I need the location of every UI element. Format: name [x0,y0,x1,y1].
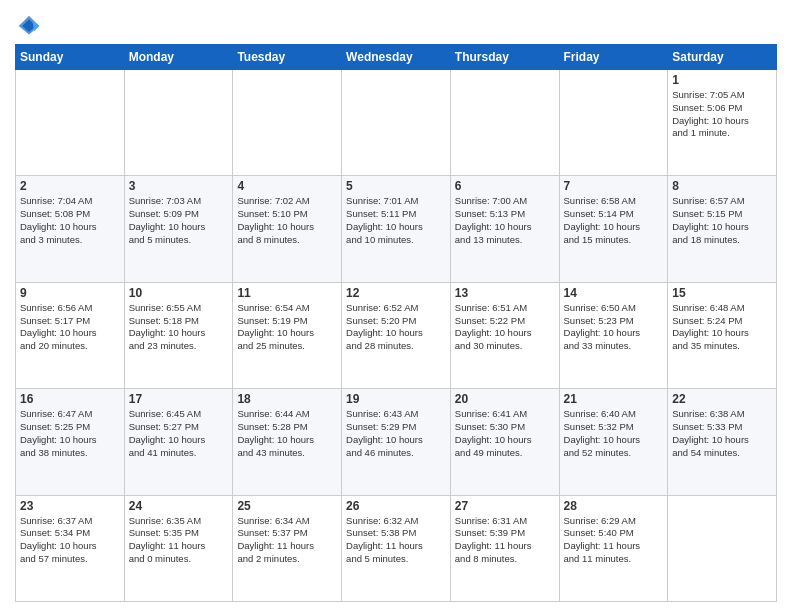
calendar-cell [233,70,342,176]
calendar-cell [559,70,668,176]
calendar-cell: 22Sunrise: 6:38 AM Sunset: 5:33 PM Dayli… [668,389,777,495]
cell-sun-info: Sunrise: 7:05 AM Sunset: 5:06 PM Dayligh… [672,89,772,140]
cell-sun-info: Sunrise: 6:44 AM Sunset: 5:28 PM Dayligh… [237,408,337,459]
calendar-cell: 9Sunrise: 6:56 AM Sunset: 5:17 PM Daylig… [16,282,125,388]
calendar-cell [342,70,451,176]
col-header-wednesday: Wednesday [342,45,451,70]
cell-sun-info: Sunrise: 6:34 AM Sunset: 5:37 PM Dayligh… [237,515,337,566]
day-number: 10 [129,286,229,300]
calendar-cell: 24Sunrise: 6:35 AM Sunset: 5:35 PM Dayli… [124,495,233,601]
logo [15,14,41,38]
day-number: 27 [455,499,555,513]
col-header-thursday: Thursday [450,45,559,70]
logo-icon [17,14,41,38]
col-header-saturday: Saturday [668,45,777,70]
day-number: 20 [455,392,555,406]
calendar-cell [124,70,233,176]
day-number: 13 [455,286,555,300]
day-number: 18 [237,392,337,406]
day-number: 15 [672,286,772,300]
calendar-cell: 7Sunrise: 6:58 AM Sunset: 5:14 PM Daylig… [559,176,668,282]
cell-sun-info: Sunrise: 6:41 AM Sunset: 5:30 PM Dayligh… [455,408,555,459]
calendar-cell: 2Sunrise: 7:04 AM Sunset: 5:08 PM Daylig… [16,176,125,282]
cell-sun-info: Sunrise: 6:56 AM Sunset: 5:17 PM Dayligh… [20,302,120,353]
calendar-cell: 4Sunrise: 7:02 AM Sunset: 5:10 PM Daylig… [233,176,342,282]
calendar-cell: 21Sunrise: 6:40 AM Sunset: 5:32 PM Dayli… [559,389,668,495]
day-number: 2 [20,179,120,193]
cell-sun-info: Sunrise: 6:38 AM Sunset: 5:33 PM Dayligh… [672,408,772,459]
calendar-header-row: SundayMondayTuesdayWednesdayThursdayFrid… [16,45,777,70]
cell-sun-info: Sunrise: 7:03 AM Sunset: 5:09 PM Dayligh… [129,195,229,246]
calendar-cell: 11Sunrise: 6:54 AM Sunset: 5:19 PM Dayli… [233,282,342,388]
calendar-cell: 12Sunrise: 6:52 AM Sunset: 5:20 PM Dayli… [342,282,451,388]
calendar-cell: 6Sunrise: 7:00 AM Sunset: 5:13 PM Daylig… [450,176,559,282]
calendar-cell: 16Sunrise: 6:47 AM Sunset: 5:25 PM Dayli… [16,389,125,495]
cell-sun-info: Sunrise: 6:29 AM Sunset: 5:40 PM Dayligh… [564,515,664,566]
cell-sun-info: Sunrise: 6:55 AM Sunset: 5:18 PM Dayligh… [129,302,229,353]
cell-sun-info: Sunrise: 6:47 AM Sunset: 5:25 PM Dayligh… [20,408,120,459]
cell-sun-info: Sunrise: 6:58 AM Sunset: 5:14 PM Dayligh… [564,195,664,246]
col-header-monday: Monday [124,45,233,70]
day-number: 7 [564,179,664,193]
calendar-cell: 18Sunrise: 6:44 AM Sunset: 5:28 PM Dayli… [233,389,342,495]
calendar-cell: 20Sunrise: 6:41 AM Sunset: 5:30 PM Dayli… [450,389,559,495]
calendar-cell: 3Sunrise: 7:03 AM Sunset: 5:09 PM Daylig… [124,176,233,282]
day-number: 8 [672,179,772,193]
calendar-cell: 10Sunrise: 6:55 AM Sunset: 5:18 PM Dayli… [124,282,233,388]
day-number: 12 [346,286,446,300]
cell-sun-info: Sunrise: 6:32 AM Sunset: 5:38 PM Dayligh… [346,515,446,566]
calendar-cell: 23Sunrise: 6:37 AM Sunset: 5:34 PM Dayli… [16,495,125,601]
calendar-cell [16,70,125,176]
calendar-week-2: 2Sunrise: 7:04 AM Sunset: 5:08 PM Daylig… [16,176,777,282]
header [15,10,777,38]
col-header-sunday: Sunday [16,45,125,70]
cell-sun-info: Sunrise: 6:40 AM Sunset: 5:32 PM Dayligh… [564,408,664,459]
day-number: 25 [237,499,337,513]
cell-sun-info: Sunrise: 7:02 AM Sunset: 5:10 PM Dayligh… [237,195,337,246]
calendar-cell: 19Sunrise: 6:43 AM Sunset: 5:29 PM Dayli… [342,389,451,495]
calendar-cell: 28Sunrise: 6:29 AM Sunset: 5:40 PM Dayli… [559,495,668,601]
calendar-cell [450,70,559,176]
day-number: 11 [237,286,337,300]
day-number: 19 [346,392,446,406]
day-number: 21 [564,392,664,406]
day-number: 28 [564,499,664,513]
cell-sun-info: Sunrise: 6:35 AM Sunset: 5:35 PM Dayligh… [129,515,229,566]
page: SundayMondayTuesdayWednesdayThursdayFrid… [0,0,792,612]
cell-sun-info: Sunrise: 6:57 AM Sunset: 5:15 PM Dayligh… [672,195,772,246]
day-number: 6 [455,179,555,193]
day-number: 14 [564,286,664,300]
cell-sun-info: Sunrise: 7:00 AM Sunset: 5:13 PM Dayligh… [455,195,555,246]
col-header-friday: Friday [559,45,668,70]
calendar-cell: 15Sunrise: 6:48 AM Sunset: 5:24 PM Dayli… [668,282,777,388]
day-number: 26 [346,499,446,513]
day-number: 5 [346,179,446,193]
cell-sun-info: Sunrise: 6:50 AM Sunset: 5:23 PM Dayligh… [564,302,664,353]
day-number: 24 [129,499,229,513]
calendar-table: SundayMondayTuesdayWednesdayThursdayFrid… [15,44,777,602]
cell-sun-info: Sunrise: 6:51 AM Sunset: 5:22 PM Dayligh… [455,302,555,353]
calendar-cell: 14Sunrise: 6:50 AM Sunset: 5:23 PM Dayli… [559,282,668,388]
cell-sun-info: Sunrise: 7:04 AM Sunset: 5:08 PM Dayligh… [20,195,120,246]
day-number: 3 [129,179,229,193]
day-number: 16 [20,392,120,406]
cell-sun-info: Sunrise: 6:43 AM Sunset: 5:29 PM Dayligh… [346,408,446,459]
calendar-cell: 5Sunrise: 7:01 AM Sunset: 5:11 PM Daylig… [342,176,451,282]
cell-sun-info: Sunrise: 6:37 AM Sunset: 5:34 PM Dayligh… [20,515,120,566]
calendar-cell: 27Sunrise: 6:31 AM Sunset: 5:39 PM Dayli… [450,495,559,601]
cell-sun-info: Sunrise: 6:48 AM Sunset: 5:24 PM Dayligh… [672,302,772,353]
cell-sun-info: Sunrise: 6:52 AM Sunset: 5:20 PM Dayligh… [346,302,446,353]
cell-sun-info: Sunrise: 6:31 AM Sunset: 5:39 PM Dayligh… [455,515,555,566]
calendar-cell: 1Sunrise: 7:05 AM Sunset: 5:06 PM Daylig… [668,70,777,176]
day-number: 22 [672,392,772,406]
day-number: 23 [20,499,120,513]
col-header-tuesday: Tuesday [233,45,342,70]
day-number: 9 [20,286,120,300]
calendar-cell: 26Sunrise: 6:32 AM Sunset: 5:38 PM Dayli… [342,495,451,601]
day-number: 1 [672,73,772,87]
calendar-week-4: 16Sunrise: 6:47 AM Sunset: 5:25 PM Dayli… [16,389,777,495]
calendar-cell: 17Sunrise: 6:45 AM Sunset: 5:27 PM Dayli… [124,389,233,495]
calendar-week-5: 23Sunrise: 6:37 AM Sunset: 5:34 PM Dayli… [16,495,777,601]
cell-sun-info: Sunrise: 7:01 AM Sunset: 5:11 PM Dayligh… [346,195,446,246]
day-number: 4 [237,179,337,193]
